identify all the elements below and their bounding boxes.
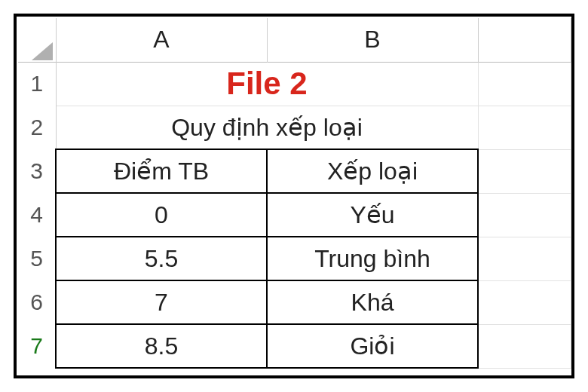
cell-c2[interactable] (478, 106, 571, 149)
grid: A B 1 File 2 2 Quy định xếp loại 3 Điểm … (18, 18, 571, 369)
cell-c7[interactable] (478, 324, 571, 368)
cell-c4[interactable] (478, 193, 571, 237)
row-header-4[interactable]: 4 (18, 193, 56, 237)
subtitle-cell[interactable]: Quy định xếp loại (56, 106, 478, 149)
column-header-row: A B (18, 18, 571, 62)
cell-b5[interactable]: Trung bình (267, 237, 478, 280)
column-header-b[interactable]: B (267, 18, 478, 62)
cell-c3[interactable] (478, 149, 571, 193)
row-5: 5 5.5 Trung bình (18, 237, 571, 280)
cell-a5[interactable]: 5.5 (56, 237, 267, 280)
row-header-7[interactable]: 7 (18, 324, 56, 368)
row-3: 3 Điểm TB Xếp loại (18, 149, 571, 193)
cell-c6[interactable] (478, 280, 571, 324)
row-header-1[interactable]: 1 (18, 62, 56, 106)
column-header-c[interactable] (478, 18, 571, 62)
row-4: 4 0 Yếu (18, 193, 571, 237)
cell-c1[interactable] (478, 62, 571, 106)
column-header-a[interactable]: A (56, 18, 267, 62)
row-header-6[interactable]: 6 (18, 280, 56, 324)
cell-a6[interactable]: 7 (56, 280, 267, 324)
cell-a4[interactable]: 0 (56, 193, 267, 237)
cell-b6[interactable]: Khá (267, 280, 478, 324)
row-header-2[interactable]: 2 (18, 106, 56, 149)
cell-b4[interactable]: Yếu (267, 193, 478, 237)
header-xep-loai[interactable]: Xếp loại (267, 149, 478, 193)
cell-c5[interactable] (478, 237, 571, 280)
file-title-cell[interactable]: File 2 (56, 62, 478, 106)
select-all-corner[interactable] (18, 18, 56, 62)
cell-a7[interactable]: 8.5 (56, 324, 267, 368)
row-header-5[interactable]: 5 (18, 237, 56, 280)
row-1: 1 File 2 (18, 62, 571, 106)
header-diem-tb[interactable]: Điểm TB (56, 149, 267, 193)
row-header-3[interactable]: 3 (18, 149, 56, 193)
screenshot-frame: A B 1 File 2 2 Quy định xếp loại 3 Điểm … (14, 14, 574, 378)
spreadsheet: A B 1 File 2 2 Quy định xếp loại 3 Điểm … (18, 18, 571, 375)
cell-b7[interactable]: Giỏi (267, 324, 478, 368)
row-7: 7 8.5 Giỏi (18, 324, 571, 368)
row-2: 2 Quy định xếp loại (18, 106, 571, 149)
row-6: 6 7 Khá (18, 280, 571, 324)
